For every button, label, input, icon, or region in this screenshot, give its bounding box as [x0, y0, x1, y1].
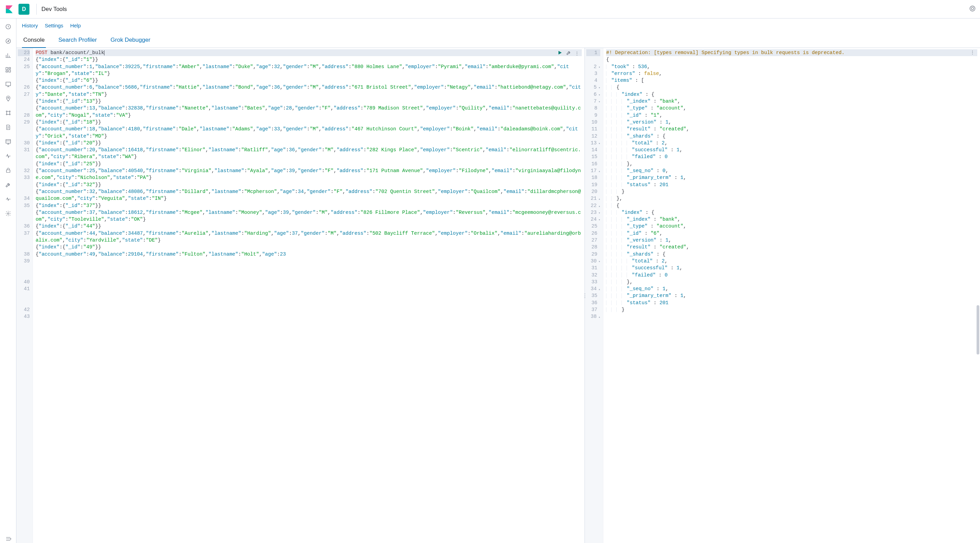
discover-icon[interactable] — [4, 37, 12, 45]
management-icon[interactable] — [4, 210, 12, 218]
request-gutter: 232425 2627 2829 3031 3233 3435 3637 383… — [16, 48, 33, 543]
help-link[interactable]: Help — [70, 22, 81, 29]
dev-tools-icon[interactable] — [4, 181, 12, 189]
visualize-icon[interactable] — [4, 51, 12, 60]
logs-icon[interactable] — [4, 123, 12, 132]
request-editor[interactable]: 232425 2627 2829 3031 3233 3435 3637 383… — [16, 48, 585, 543]
svg-point-0 — [970, 6, 975, 11]
request-collapse-button[interactable]: ⋮ — [575, 51, 579, 57]
svg-point-12 — [6, 114, 7, 115]
svg-rect-5 — [9, 67, 10, 69]
svg-point-3 — [6, 39, 11, 43]
maps-icon[interactable] — [4, 94, 12, 103]
request-code[interactable]: POST bank/account/_bulk{"index":{"_id":"… — [33, 48, 584, 543]
devtools-tabs: Console Search Profiler Grok Debugger — [16, 29, 980, 48]
kibana-logo[interactable] — [4, 4, 14, 14]
canvas-icon[interactable] — [4, 80, 12, 88]
topbar: D Dev Tools — [0, 0, 980, 19]
response-viewer[interactable]: 1 2 ▾3 4 5 ▾6 ▾7 ▾8 9 10 11 12 13 ▾14 15… — [585, 48, 980, 543]
stack-monitoring-icon[interactable] — [4, 195, 12, 203]
space-selector[interactable]: D — [19, 4, 29, 15]
response-gutter: 1 2 ▾3 4 5 ▾6 ▾7 ▾8 9 10 11 12 13 ▾14 15… — [585, 48, 603, 543]
svg-point-16 — [7, 213, 9, 214]
svg-point-13 — [9, 114, 10, 115]
tab-grok-debugger[interactable]: Grok Debugger — [109, 34, 152, 48]
settings-link[interactable]: Settings — [45, 22, 64, 29]
breadcrumb: Dev Tools — [41, 6, 67, 13]
devtools-subnav: History Settings Help — [16, 19, 980, 29]
svg-rect-14 — [6, 140, 11, 143]
history-link[interactable]: History — [22, 22, 38, 29]
svg-rect-4 — [6, 67, 8, 70]
tab-console[interactable]: Console — [22, 34, 46, 48]
svg-point-10 — [6, 111, 7, 112]
svg-point-9 — [8, 97, 9, 98]
pane-resize-handle[interactable]: ⋮ — [582, 292, 588, 299]
apm-icon[interactable] — [4, 138, 12, 146]
tab-search-profiler[interactable]: Search Profiler — [57, 34, 98, 48]
recently-viewed-icon[interactable] — [4, 22, 12, 31]
separator — [36, 4, 37, 15]
response-scrollbar[interactable] — [976, 49, 979, 541]
svg-rect-6 — [9, 70, 10, 72]
svg-point-1 — [971, 8, 974, 10]
siem-icon[interactable] — [4, 166, 12, 175]
svg-rect-7 — [6, 71, 8, 72]
collapse-nav-icon[interactable] — [4, 535, 12, 543]
newsfeed-icon[interactable] — [969, 5, 976, 13]
svg-point-11 — [9, 111, 10, 112]
side-nav — [0, 19, 16, 543]
infrastructure-icon[interactable] — [4, 109, 12, 117]
uptime-icon[interactable] — [4, 152, 12, 160]
response-collapse-button[interactable]: ⋮ — [970, 50, 975, 56]
dashboard-icon[interactable] — [4, 66, 12, 74]
send-request-button[interactable] — [557, 50, 563, 57]
svg-rect-15 — [6, 170, 10, 173]
response-code[interactable]: #! Deprecation: [types removal] Specifyi… — [603, 48, 980, 543]
request-options-button[interactable] — [566, 50, 571, 57]
svg-rect-8 — [6, 82, 11, 86]
